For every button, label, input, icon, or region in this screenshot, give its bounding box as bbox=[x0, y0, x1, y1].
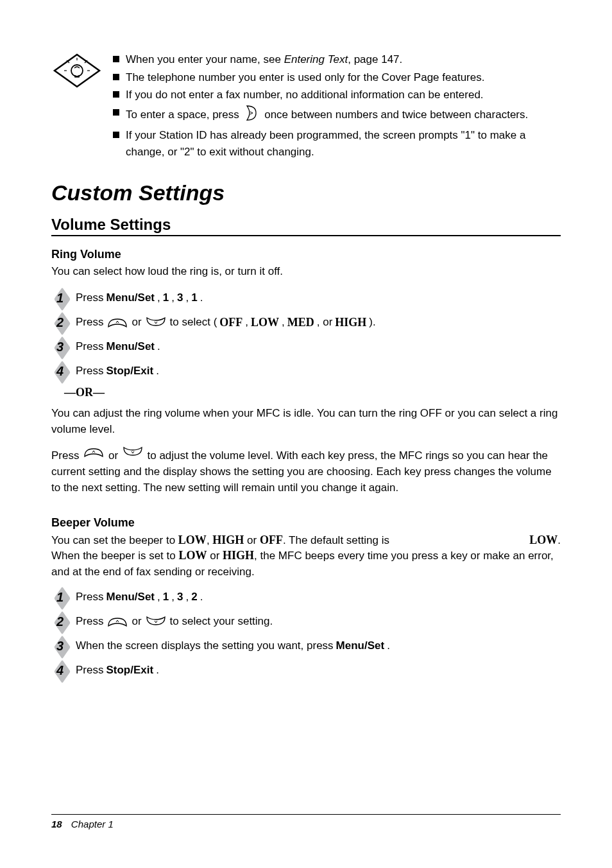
option-label: HIGH bbox=[223, 549, 254, 562]
bullet-item: If your Station ID has already been prog… bbox=[113, 127, 561, 160]
text: or bbox=[210, 550, 223, 562]
link-reference: Entering Text bbox=[284, 53, 348, 65]
text: When the screen displays the setting you… bbox=[76, 639, 334, 652]
step-number-badge: 3 bbox=[51, 340, 76, 354]
step-list: 1 Press Menu/Set, 1, 3, 1. 2 Press or bbox=[51, 288, 561, 381]
paragraph: Press or to adjust the volume level. Wit… bbox=[51, 445, 561, 496]
text: Press bbox=[76, 291, 103, 304]
text: , bbox=[185, 291, 189, 304]
text: . bbox=[156, 365, 159, 378]
step-3: 3 When the screen displays the setting y… bbox=[51, 636, 561, 655]
chapter-label: Chapter 1 bbox=[71, 819, 114, 829]
key-label: Menu/Set bbox=[336, 639, 385, 652]
text: Press bbox=[76, 340, 103, 353]
page: When you enter your name, see Entering T… bbox=[0, 0, 612, 868]
option-label: OFF bbox=[219, 316, 242, 329]
text: Press bbox=[76, 591, 103, 603]
text: once between numbers and twice between c… bbox=[264, 108, 528, 121]
option-label: MED bbox=[287, 316, 314, 329]
step-number-badge: 2 bbox=[51, 315, 76, 330]
text: . bbox=[157, 340, 160, 353]
step-number-badge: 4 bbox=[51, 663, 76, 678]
text: to select ( bbox=[170, 316, 217, 329]
text: If your Station ID has already been prog… bbox=[126, 127, 561, 160]
down-nav-icon bbox=[121, 445, 144, 459]
option-label: OFF bbox=[260, 534, 283, 546]
footer-divider bbox=[51, 814, 561, 815]
key-label: 3 bbox=[177, 591, 183, 603]
option-label: HIGH bbox=[212, 534, 244, 546]
step-number-badge: 4 bbox=[51, 364, 76, 379]
text: , or bbox=[317, 316, 333, 329]
option-label: LOW bbox=[251, 316, 279, 329]
down-nav-icon bbox=[144, 614, 167, 629]
step-number-badge: 2 bbox=[51, 614, 76, 629]
up-nav-icon bbox=[106, 315, 129, 329]
up-nav-icon bbox=[82, 445, 105, 459]
text: Press bbox=[76, 365, 103, 378]
step-1: 1 Press Menu/Set, 1, 3, 1. bbox=[51, 288, 561, 308]
text: You can set the beeper to bbox=[51, 534, 178, 546]
paragraph: You can set the beeper to LOW, HIGH or O… bbox=[51, 534, 561, 547]
option-label: LOW bbox=[178, 549, 207, 562]
or-separator: —OR— bbox=[64, 386, 561, 399]
paragraph: You can select how loud the ring is, or … bbox=[51, 265, 561, 278]
text: , bbox=[185, 591, 189, 603]
step-list: 1 Press Menu/Set, 1, 3, 2. 2 Press or bbox=[51, 587, 561, 680]
square-bullet-icon bbox=[113, 91, 119, 98]
text: Press bbox=[76, 615, 103, 628]
text: Press bbox=[51, 449, 82, 462]
key-label: Menu/Set bbox=[106, 591, 155, 603]
paragraph: When the beeper is set to LOW or HIGH, t… bbox=[51, 547, 561, 580]
text: Press bbox=[76, 664, 103, 677]
bullet-item: If you do not enter a fax number, no add… bbox=[113, 87, 561, 103]
text: . The default setting is bbox=[283, 534, 389, 546]
text: , page 147. bbox=[348, 53, 402, 65]
option-label: LOW bbox=[178, 534, 207, 546]
text: or bbox=[132, 615, 141, 628]
page-footer: 18 Chapter 1 bbox=[51, 814, 561, 829]
topic-heading: Beeper Volume bbox=[51, 516, 561, 530]
bullet-item: The telephone number you enter is used o… bbox=[113, 69, 561, 86]
key-label: 1 bbox=[163, 591, 169, 603]
text: , bbox=[245, 316, 248, 329]
square-bullet-icon bbox=[113, 56, 119, 62]
key-label: 1 bbox=[163, 291, 169, 304]
text: or bbox=[247, 534, 260, 546]
text: to select your setting. bbox=[170, 615, 273, 628]
divider bbox=[51, 235, 561, 236]
text: When the beeper is set to bbox=[51, 550, 178, 562]
text: . bbox=[387, 639, 390, 652]
text: , bbox=[207, 534, 212, 546]
text: . bbox=[557, 534, 561, 546]
option-label: HIGH bbox=[335, 316, 366, 329]
step-4: 4 Press Stop/Exit. bbox=[51, 661, 561, 680]
option-label: LOW bbox=[529, 534, 557, 546]
text: When you enter your name, see bbox=[126, 53, 284, 65]
text: . bbox=[200, 291, 203, 304]
key-label: Stop/Exit bbox=[106, 365, 153, 378]
text: , bbox=[171, 291, 174, 304]
subsection-heading: Volume Settings bbox=[51, 216, 561, 234]
step-1: 1 Press Menu/Set, 1, 3, 2. bbox=[51, 587, 561, 607]
step-2: 2 Press or to select your setting. bbox=[51, 612, 561, 631]
topic-heading: Ring Volume bbox=[51, 248, 561, 261]
text: or bbox=[108, 449, 121, 462]
tip-block: When you enter your name, see Entering T… bbox=[51, 51, 561, 161]
text: , bbox=[157, 591, 160, 603]
down-nav-icon bbox=[144, 315, 167, 329]
text: or bbox=[132, 316, 141, 329]
key-label: 3 bbox=[177, 291, 183, 304]
text: If you do not enter a fax number, no add… bbox=[126, 87, 561, 103]
text: . bbox=[200, 591, 203, 603]
square-bullet-icon bbox=[113, 74, 119, 80]
text: . bbox=[156, 664, 159, 677]
key-label: Stop/Exit bbox=[106, 664, 153, 677]
paragraph: You can adjust the ring volume when your… bbox=[51, 406, 561, 437]
text: Press bbox=[76, 316, 103, 329]
text: The telephone number you enter is used o… bbox=[126, 69, 561, 86]
step-3: 3 Press Menu/Set. bbox=[51, 337, 561, 356]
key-label: 1 bbox=[191, 291, 197, 304]
right-nav-icon bbox=[244, 105, 259, 126]
step-number-badge: 3 bbox=[51, 639, 76, 654]
